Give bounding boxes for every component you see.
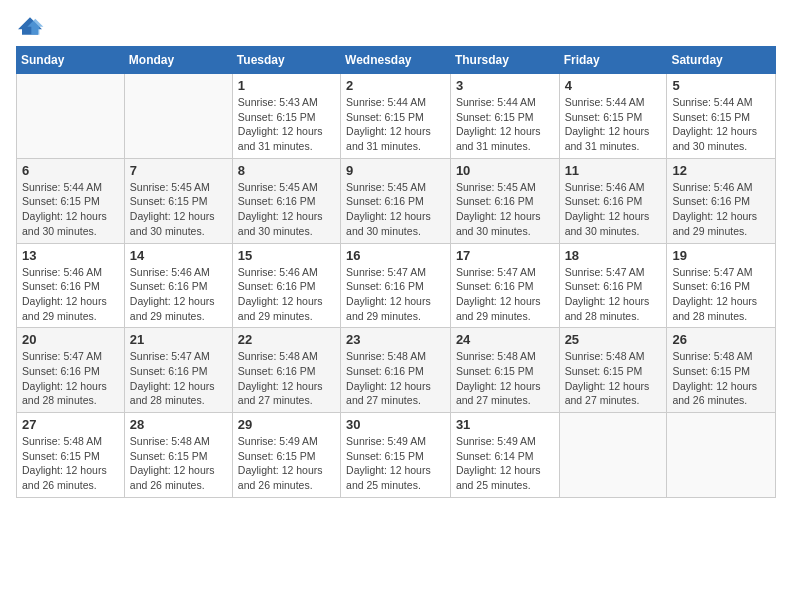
logo xyxy=(16,16,48,36)
day-info: Sunrise: 5:46 AMSunset: 6:16 PMDaylight:… xyxy=(672,180,770,239)
day-number: 27 xyxy=(22,417,119,432)
day-info: Sunrise: 5:47 AMSunset: 6:16 PMDaylight:… xyxy=(565,265,662,324)
calendar-cell: 17Sunrise: 5:47 AMSunset: 6:16 PMDayligh… xyxy=(450,243,559,328)
day-info: Sunrise: 5:48 AMSunset: 6:16 PMDaylight:… xyxy=(346,349,445,408)
column-header-monday: Monday xyxy=(124,47,232,74)
calendar-cell: 7Sunrise: 5:45 AMSunset: 6:15 PMDaylight… xyxy=(124,158,232,243)
day-info: Sunrise: 5:46 AMSunset: 6:16 PMDaylight:… xyxy=(22,265,119,324)
calendar-cell: 23Sunrise: 5:48 AMSunset: 6:16 PMDayligh… xyxy=(341,328,451,413)
column-header-thursday: Thursday xyxy=(450,47,559,74)
week-row-4: 20Sunrise: 5:47 AMSunset: 6:16 PMDayligh… xyxy=(17,328,776,413)
calendar-cell: 2Sunrise: 5:44 AMSunset: 6:15 PMDaylight… xyxy=(341,74,451,159)
calendar-cell: 27Sunrise: 5:48 AMSunset: 6:15 PMDayligh… xyxy=(17,413,125,498)
calendar-table: SundayMondayTuesdayWednesdayThursdayFrid… xyxy=(16,46,776,498)
calendar-cell: 19Sunrise: 5:47 AMSunset: 6:16 PMDayligh… xyxy=(667,243,776,328)
calendar-cell: 9Sunrise: 5:45 AMSunset: 6:16 PMDaylight… xyxy=(341,158,451,243)
calendar-cell: 26Sunrise: 5:48 AMSunset: 6:15 PMDayligh… xyxy=(667,328,776,413)
day-info: Sunrise: 5:43 AMSunset: 6:15 PMDaylight:… xyxy=(238,95,335,154)
day-number: 28 xyxy=(130,417,227,432)
day-info: Sunrise: 5:47 AMSunset: 6:16 PMDaylight:… xyxy=(22,349,119,408)
day-info: Sunrise: 5:44 AMSunset: 6:15 PMDaylight:… xyxy=(565,95,662,154)
day-number: 3 xyxy=(456,78,554,93)
day-info: Sunrise: 5:44 AMSunset: 6:15 PMDaylight:… xyxy=(456,95,554,154)
calendar-cell: 22Sunrise: 5:48 AMSunset: 6:16 PMDayligh… xyxy=(232,328,340,413)
day-number: 19 xyxy=(672,248,770,263)
day-number: 30 xyxy=(346,417,445,432)
calendar-cell xyxy=(124,74,232,159)
day-number: 6 xyxy=(22,163,119,178)
day-info: Sunrise: 5:45 AMSunset: 6:16 PMDaylight:… xyxy=(456,180,554,239)
day-info: Sunrise: 5:44 AMSunset: 6:15 PMDaylight:… xyxy=(672,95,770,154)
week-row-5: 27Sunrise: 5:48 AMSunset: 6:15 PMDayligh… xyxy=(17,413,776,498)
calendar-cell xyxy=(667,413,776,498)
calendar-cell: 6Sunrise: 5:44 AMSunset: 6:15 PMDaylight… xyxy=(17,158,125,243)
day-info: Sunrise: 5:48 AMSunset: 6:15 PMDaylight:… xyxy=(672,349,770,408)
calendar-cell: 1Sunrise: 5:43 AMSunset: 6:15 PMDaylight… xyxy=(232,74,340,159)
week-row-2: 6Sunrise: 5:44 AMSunset: 6:15 PMDaylight… xyxy=(17,158,776,243)
day-number: 18 xyxy=(565,248,662,263)
column-header-sunday: Sunday xyxy=(17,47,125,74)
column-header-wednesday: Wednesday xyxy=(341,47,451,74)
day-number: 24 xyxy=(456,332,554,347)
calendar-cell: 18Sunrise: 5:47 AMSunset: 6:16 PMDayligh… xyxy=(559,243,667,328)
day-info: Sunrise: 5:44 AMSunset: 6:15 PMDaylight:… xyxy=(22,180,119,239)
day-number: 14 xyxy=(130,248,227,263)
calendar-cell: 10Sunrise: 5:45 AMSunset: 6:16 PMDayligh… xyxy=(450,158,559,243)
day-number: 22 xyxy=(238,332,335,347)
calendar-cell: 5Sunrise: 5:44 AMSunset: 6:15 PMDaylight… xyxy=(667,74,776,159)
day-number: 20 xyxy=(22,332,119,347)
day-number: 17 xyxy=(456,248,554,263)
calendar-cell xyxy=(17,74,125,159)
day-info: Sunrise: 5:47 AMSunset: 6:16 PMDaylight:… xyxy=(346,265,445,324)
day-info: Sunrise: 5:47 AMSunset: 6:16 PMDaylight:… xyxy=(456,265,554,324)
week-row-3: 13Sunrise: 5:46 AMSunset: 6:16 PMDayligh… xyxy=(17,243,776,328)
day-number: 26 xyxy=(672,332,770,347)
day-number: 16 xyxy=(346,248,445,263)
day-number: 2 xyxy=(346,78,445,93)
calendar-cell: 13Sunrise: 5:46 AMSunset: 6:16 PMDayligh… xyxy=(17,243,125,328)
calendar-cell: 25Sunrise: 5:48 AMSunset: 6:15 PMDayligh… xyxy=(559,328,667,413)
day-number: 21 xyxy=(130,332,227,347)
day-info: Sunrise: 5:46 AMSunset: 6:16 PMDaylight:… xyxy=(130,265,227,324)
calendar-cell: 20Sunrise: 5:47 AMSunset: 6:16 PMDayligh… xyxy=(17,328,125,413)
day-info: Sunrise: 5:46 AMSunset: 6:16 PMDaylight:… xyxy=(238,265,335,324)
day-info: Sunrise: 5:47 AMSunset: 6:16 PMDaylight:… xyxy=(672,265,770,324)
day-info: Sunrise: 5:49 AMSunset: 6:15 PMDaylight:… xyxy=(238,434,335,493)
day-number: 29 xyxy=(238,417,335,432)
day-info: Sunrise: 5:48 AMSunset: 6:15 PMDaylight:… xyxy=(565,349,662,408)
day-info: Sunrise: 5:45 AMSunset: 6:16 PMDaylight:… xyxy=(238,180,335,239)
calendar-cell: 15Sunrise: 5:46 AMSunset: 6:16 PMDayligh… xyxy=(232,243,340,328)
day-info: Sunrise: 5:49 AMSunset: 6:14 PMDaylight:… xyxy=(456,434,554,493)
day-number: 1 xyxy=(238,78,335,93)
day-info: Sunrise: 5:45 AMSunset: 6:16 PMDaylight:… xyxy=(346,180,445,239)
day-number: 8 xyxy=(238,163,335,178)
column-header-saturday: Saturday xyxy=(667,47,776,74)
day-info: Sunrise: 5:48 AMSunset: 6:15 PMDaylight:… xyxy=(22,434,119,493)
day-number: 13 xyxy=(22,248,119,263)
calendar-cell: 3Sunrise: 5:44 AMSunset: 6:15 PMDaylight… xyxy=(450,74,559,159)
column-header-tuesday: Tuesday xyxy=(232,47,340,74)
calendar-cell: 31Sunrise: 5:49 AMSunset: 6:14 PMDayligh… xyxy=(450,413,559,498)
calendar-cell: 12Sunrise: 5:46 AMSunset: 6:16 PMDayligh… xyxy=(667,158,776,243)
calendar-cell: 11Sunrise: 5:46 AMSunset: 6:16 PMDayligh… xyxy=(559,158,667,243)
calendar-cell: 14Sunrise: 5:46 AMSunset: 6:16 PMDayligh… xyxy=(124,243,232,328)
week-row-1: 1Sunrise: 5:43 AMSunset: 6:15 PMDaylight… xyxy=(17,74,776,159)
day-info: Sunrise: 5:49 AMSunset: 6:15 PMDaylight:… xyxy=(346,434,445,493)
calendar-cell: 16Sunrise: 5:47 AMSunset: 6:16 PMDayligh… xyxy=(341,243,451,328)
day-number: 9 xyxy=(346,163,445,178)
day-number: 5 xyxy=(672,78,770,93)
day-info: Sunrise: 5:45 AMSunset: 6:15 PMDaylight:… xyxy=(130,180,227,239)
calendar-cell: 28Sunrise: 5:48 AMSunset: 6:15 PMDayligh… xyxy=(124,413,232,498)
calendar-cell: 30Sunrise: 5:49 AMSunset: 6:15 PMDayligh… xyxy=(341,413,451,498)
calendar-cell: 24Sunrise: 5:48 AMSunset: 6:15 PMDayligh… xyxy=(450,328,559,413)
column-header-friday: Friday xyxy=(559,47,667,74)
day-number: 15 xyxy=(238,248,335,263)
calendar-header-row: SundayMondayTuesdayWednesdayThursdayFrid… xyxy=(17,47,776,74)
day-number: 25 xyxy=(565,332,662,347)
day-info: Sunrise: 5:48 AMSunset: 6:15 PMDaylight:… xyxy=(130,434,227,493)
calendar-cell: 4Sunrise: 5:44 AMSunset: 6:15 PMDaylight… xyxy=(559,74,667,159)
day-number: 11 xyxy=(565,163,662,178)
calendar-cell: 29Sunrise: 5:49 AMSunset: 6:15 PMDayligh… xyxy=(232,413,340,498)
calendar-cell xyxy=(559,413,667,498)
day-number: 12 xyxy=(672,163,770,178)
